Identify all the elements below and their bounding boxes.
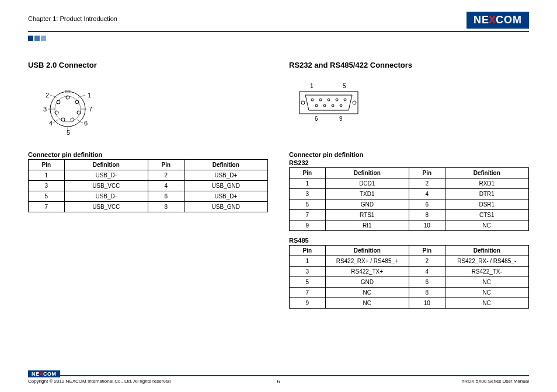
pin-label: 2 [46, 92, 49, 99]
square-icon [41, 36, 46, 41]
table-header: Definition [325, 246, 409, 256]
table-cell: 8 [409, 210, 445, 220]
table-header: Pin [148, 160, 184, 170]
svg-point-3 [75, 100, 79, 104]
table-cell: 10 [409, 220, 445, 231]
table-row: 5GND6DSR1 [290, 200, 529, 210]
table-cell: 1 [290, 178, 326, 189]
pin-label: 6 [315, 116, 318, 122]
section-title: USB 2.0 Connector [28, 61, 268, 69]
table-cell: USB_GND [184, 181, 268, 191]
svg-point-26 [340, 104, 342, 107]
table-cell: 6 [409, 200, 445, 210]
table-row: 5USB_D-6USB_D+ [29, 191, 268, 202]
table-cell: 9 [290, 298, 326, 309]
page-number: 6 [277, 379, 280, 384]
decorative-squares [28, 36, 529, 41]
db9-connector-diagram: 1 5 [294, 80, 529, 138]
section-title: RS232 and RS485/422 Connectors [289, 61, 529, 69]
svg-point-6 [61, 118, 65, 121]
square-icon [34, 36, 40, 41]
table-cell: USB_D- [64, 191, 148, 202]
pin-label: 4 [49, 120, 53, 127]
table-cell: NC [325, 298, 409, 309]
svg-point-19 [319, 99, 322, 101]
table-cell: DCD1 [325, 178, 409, 189]
table-row: 9NC10NC [290, 298, 529, 309]
table-header: Pin [409, 246, 445, 256]
pin-label: 5 [67, 129, 70, 136]
table-cell: NC [445, 298, 529, 309]
svg-line-13 [53, 120, 58, 123]
rs-connector-section: RS232 and RS485/422 Connectors 1 5 [289, 61, 529, 309]
pin-label: 1 [88, 92, 91, 99]
table-cell: RS422_TX+ [325, 267, 409, 277]
pin-label: 7 [89, 106, 92, 113]
table-row: 7NC8NC [290, 288, 529, 298]
table-cell: 3 [29, 181, 65, 191]
table-cell: 3 [290, 189, 326, 200]
table-cell: RS422_RX+ / RS485_+ [325, 256, 409, 267]
table-cell: DTR1 [445, 189, 529, 200]
table-cell: CTS1 [445, 210, 529, 220]
table-header: Pin [409, 168, 445, 178]
nexcom-logo: NEXCOM [467, 12, 529, 29]
table-cell: 6 [148, 191, 184, 202]
table-row: 7USB_VCC8USB_GND [29, 202, 268, 212]
table-cell: 2 [409, 256, 445, 267]
svg-point-24 [323, 104, 326, 107]
pin-label: 5 [343, 83, 346, 89]
table-row: 9RI110NC [290, 220, 529, 231]
table-header: Pin [29, 160, 65, 170]
usb-connector-section: USB 2.0 Connector 1 2 [28, 61, 268, 309]
table-cell: RS422_TX- [445, 267, 529, 277]
table-cell: 4 [148, 181, 184, 191]
pin-label: 1 [310, 83, 314, 89]
subheading: Connector pin definition [289, 151, 529, 158]
chapter-title: Chapter 1: Product Introduction [28, 12, 117, 22]
table-row: 7RTS18CTS1 [290, 210, 529, 220]
table-cell: NC [445, 220, 529, 231]
svg-point-23 [315, 104, 318, 107]
table-header: Definition [445, 246, 529, 256]
table-cell: GND [325, 200, 409, 210]
svg-point-18 [311, 99, 314, 101]
rs232-pin-table: Pin Definition Pin Definition 1DCD12RXD1… [289, 167, 529, 231]
table-cell: TXD1 [325, 189, 409, 200]
page-header: Chapter 1: Product Introduction NEXCOM [28, 12, 529, 32]
svg-line-15 [77, 120, 83, 123]
table-cell: 5 [290, 277, 326, 288]
usb-pin-table: Pin Definition Pin Definition 1USB_D-2US… [28, 159, 268, 212]
pin-label: 6 [84, 120, 88, 127]
table-cell: 8 [409, 288, 445, 298]
table-cell: 5 [29, 191, 65, 202]
table-cell: RTS1 [325, 210, 409, 220]
rs485-pin-table: Pin Definition Pin Definition 1RS422_RX+… [289, 245, 529, 309]
square-icon [28, 36, 33, 41]
table-cell: USB_D+ [184, 191, 268, 202]
table-cell: RI1 [325, 220, 409, 231]
table-header: Definition [445, 168, 529, 178]
table-cell: NC [445, 277, 529, 288]
table-header: Definition [184, 160, 268, 170]
table-cell: 8 [148, 202, 184, 212]
table-cell: USB_D+ [184, 170, 268, 181]
table-cell: USB_VCC [64, 181, 148, 191]
table-header: Pin [290, 168, 326, 178]
svg-point-5 [71, 118, 74, 121]
subheading: Connector pin definition [28, 151, 268, 158]
table-cell: USB_D- [64, 170, 148, 181]
manual-title: nROK 5X00 Series User Manual [462, 379, 529, 384]
usb-connector-diagram: 1 2 3 4 5 6 7 [33, 80, 268, 138]
table-row: 1RS422_RX+ / RS485_+2RS422_RX- / RS485_- [290, 256, 529, 267]
table-cell: 2 [409, 178, 445, 189]
copyright-text: Copyright © 2012 NEXCOM International Co… [28, 379, 170, 384]
table-cell: 3 [290, 267, 326, 277]
table-cell: RXD1 [445, 178, 529, 189]
svg-point-22 [344, 99, 346, 101]
table-cell: 9 [290, 220, 326, 231]
svg-point-21 [336, 99, 338, 101]
table-cell: 4 [409, 189, 445, 200]
table-cell: 1 [290, 256, 326, 267]
table-cell: DSR1 [445, 200, 529, 210]
